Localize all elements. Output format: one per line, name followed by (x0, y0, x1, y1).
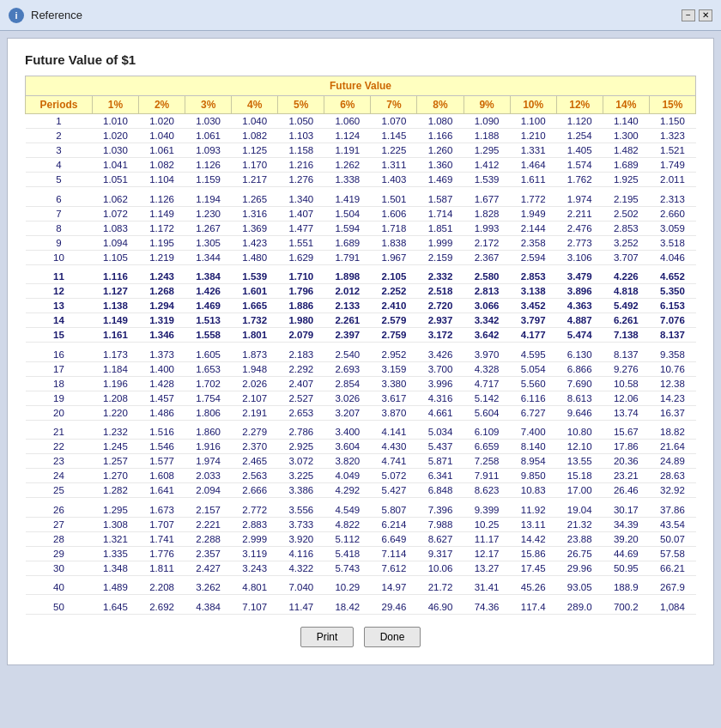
value-cell: 3.820 (324, 454, 371, 469)
value-cell: 1.295 (464, 143, 510, 158)
value-cell: 1.689 (603, 158, 649, 173)
value-cell: 3.426 (417, 348, 464, 362)
value-cell: 1.230 (185, 206, 232, 221)
value-cell: 1.489 (92, 580, 138, 595)
value-cell: 1.886 (278, 299, 324, 313)
value-cell: 1.546 (139, 440, 185, 454)
value-cell: 1.574 (556, 158, 603, 173)
value-cell: 1.319 (139, 313, 185, 328)
value-cell: 2.211 (556, 206, 603, 221)
period-cell: 27 (26, 517, 93, 531)
value-cell: 16.37 (649, 405, 695, 420)
period-cell: 30 (26, 561, 93, 575)
value-cell: 2.279 (232, 425, 278, 440)
value-cell: 1.594 (324, 221, 371, 235)
table-row: 241.2701.6082.0332.5633.2254.0495.0726.3… (26, 469, 696, 483)
value-cell: 3.225 (278, 469, 324, 483)
value-cell: 7.396 (417, 503, 464, 518)
value-cell: 1.120 (556, 114, 603, 129)
value-cell: 3.386 (278, 483, 324, 498)
value-cell: 1.050 (278, 114, 324, 129)
value-cell: 5.437 (417, 440, 464, 454)
print-button[interactable]: Print (300, 627, 354, 647)
value-cell: 50.07 (649, 531, 695, 546)
value-cell: 1.504 (324, 206, 371, 221)
value-cell: 2.195 (603, 192, 649, 207)
table-row: 111.1161.2431.3841.5391.7101.8982.1052.3… (26, 270, 696, 284)
period-cell: 19 (26, 391, 93, 405)
table-row: 51.0511.1041.1591.2171.2761.3381.4031.46… (26, 173, 696, 187)
value-cell: 14.23 (649, 391, 695, 405)
value-cell: 2.937 (417, 313, 464, 328)
value-cell: 2.397 (324, 328, 371, 343)
value-cell: 3.642 (464, 328, 510, 343)
value-cell: 4.292 (324, 483, 371, 498)
value-cell: 2.427 (185, 561, 232, 575)
value-cell: 1.245 (92, 440, 138, 454)
minimize-button[interactable]: − (682, 9, 695, 21)
value-cell: 1.195 (139, 235, 185, 250)
value-cell: 5.474 (556, 328, 603, 343)
value-cell: 4.818 (603, 284, 649, 299)
value-cell: 7.612 (371, 561, 417, 575)
value-cell: 12.10 (556, 440, 603, 454)
value-cell: 2.370 (232, 440, 278, 454)
value-cell: 3.870 (371, 405, 417, 420)
value-cell: 1.873 (232, 348, 278, 362)
value-cell: 1.403 (371, 173, 417, 187)
value-cell: 5.418 (324, 546, 371, 561)
value-cell: 2.693 (324, 361, 371, 376)
value-cell: 1.400 (139, 361, 185, 376)
value-cell: 1.184 (92, 361, 138, 376)
value-cell: 2.357 (185, 546, 232, 561)
table-row: 501.6452.6924.3847.10711.4718.4229.4646.… (26, 600, 696, 615)
done-button[interactable]: Done (364, 627, 421, 647)
col-header-rate: 5% (278, 96, 324, 114)
table-row: 231.2571.5771.9742.4653.0723.8204.7415.8… (26, 454, 696, 469)
value-cell: 1.348 (92, 561, 138, 575)
title-bar-left: i Reference (9, 8, 82, 23)
close-button[interactable]: ✕ (699, 9, 712, 21)
value-cell: 1.828 (464, 206, 510, 221)
value-cell: 4.661 (417, 405, 464, 420)
value-cell: 1.967 (371, 250, 417, 264)
value-cell: 1.020 (92, 129, 138, 143)
value-cell: 39.20 (603, 531, 649, 546)
period-cell: 2 (26, 129, 93, 143)
period-cell: 9 (26, 235, 93, 250)
value-cell: 2.358 (510, 235, 556, 250)
value-cell: 1.714 (417, 206, 464, 221)
value-cell: 1.010 (92, 114, 138, 129)
value-cell: 1.262 (324, 158, 371, 173)
value-cell: 4.822 (324, 517, 371, 531)
value-cell: 1.254 (556, 129, 603, 143)
value-cell: 3.996 (417, 376, 464, 391)
value-cell: 3.452 (510, 299, 556, 313)
value-cell: 2.159 (417, 250, 464, 264)
value-cell: 1.806 (185, 405, 232, 420)
value-cell: 1.161 (92, 328, 138, 343)
value-cell: 4.430 (371, 440, 417, 454)
value-cell: 2.288 (185, 531, 232, 546)
value-cell: 1.308 (92, 517, 138, 531)
value-cell: 1.060 (324, 114, 371, 129)
value-cell: 3.106 (556, 250, 603, 264)
value-cell: 9.646 (556, 405, 603, 420)
value-cell: 1.100 (510, 114, 556, 129)
value-cell: 1.702 (185, 376, 232, 391)
value-cell: 3.617 (371, 391, 417, 405)
value-cell: 8.140 (510, 440, 556, 454)
value-cell: 6.341 (417, 469, 464, 483)
value-cell: 1.948 (232, 361, 278, 376)
table-row: 41.0411.0821.1261.1701.2161.2621.3111.36… (26, 158, 696, 173)
value-cell: 5.142 (464, 391, 510, 405)
table-row: 101.1051.2191.3441.4801.6291.7911.9672.1… (26, 250, 696, 264)
table-row: 201.2201.4861.8062.1912.6533.2073.8704.6… (26, 405, 696, 420)
value-cell: 2.773 (556, 235, 603, 250)
value-cell: 3.159 (371, 361, 417, 376)
value-cell: 1.384 (185, 270, 232, 284)
value-cell: 4.741 (371, 454, 417, 469)
table-row: 91.0941.1951.3051.4231.5511.6891.8381.99… (26, 235, 696, 250)
value-cell: 5.807 (371, 503, 417, 518)
value-cell: 1.457 (139, 391, 185, 405)
